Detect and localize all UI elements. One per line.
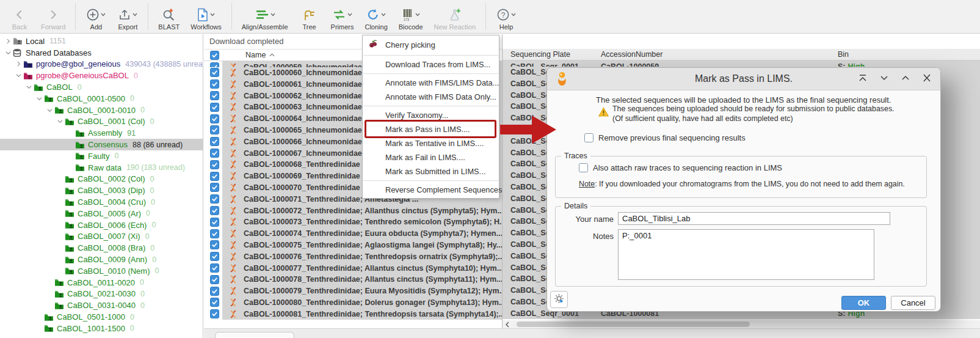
sidebar-item-cabol-0001-0010[interactable]: CaBOL_0001-00100: [0, 105, 203, 116]
bottom-tab[interactable]: [215, 332, 294, 338]
menu-item-mark-as-submitted-in-lims[interactable]: Mark as Submitted in LIMS...: [363, 164, 499, 178]
menu-item-mark-as-fail-in-lims[interactable]: Mark as Fail in LIMS....: [363, 150, 499, 164]
expander-icon[interactable]: [56, 119, 65, 124]
notes-field[interactable]: P:_0001: [618, 229, 874, 280]
sidebar-item-cabol-0009-ann[interactable]: CaBOL_0009 (Ann)0: [0, 254, 203, 265]
expander-icon[interactable]: [24, 84, 34, 90]
close-icon[interactable]: [922, 73, 932, 83]
sidebar-item-cabol-0002-col[interactable]: CaBOL_0002 (Col)0: [0, 174, 203, 185]
ok-button[interactable]: OK: [841, 296, 886, 310]
toolbar-button-blast[interactable]: BLAST: [153, 0, 185, 33]
sidebar-item-cabol-0003-dip[interactable]: CaBOL_0003 (Dip)0: [0, 185, 203, 196]
toolbar-button-biocode[interactable]: 173Biocode: [393, 0, 429, 33]
row-checkbox[interactable]: [210, 125, 219, 134]
table-row[interactable]: CaBOL-1000079_Tenthredinidae; Euura Myos…: [204, 285, 502, 297]
sidebar-item-pgrobe-gbol-geneious[interactable]: pgrobe@gbol_geneious439043 (438885 unrea…: [0, 59, 203, 70]
table-row[interactable]: CaBOL-1000073_Tenthredinidae; Tenthredo …: [204, 216, 502, 228]
expander-icon[interactable]: [4, 39, 13, 44]
sidebar-item-cabol-0010-nem[interactable]: CaBOL_0010 (Nem)0: [0, 265, 203, 277]
column-header-bin[interactable]: Bin: [838, 50, 849, 59]
sidebar-item-cabol-0001-col[interactable]: CaBOL_0001 (Col)0: [0, 116, 203, 128]
table-row-columns[interactable]: CaBOL_Seqr_0001CaBOL-1000059S:High: [503, 61, 980, 67]
table-row[interactable]: CaBOL-1000080_Tenthredinidae; Dolerus go…: [204, 297, 502, 309]
table-row[interactable]: CaBOL-1000081_Tenthredinidae; Tenthredop…: [204, 308, 502, 320]
sidebar-item-cabol-0031-0040[interactable]: CaBOL_0031-00400: [0, 299, 203, 311]
column-header-accession-number[interactable]: AccessionNumber: [601, 50, 838, 59]
sidebar-item-shared-databases[interactable]: Shared Databases: [0, 47, 203, 59]
toolbar-button-new-reaction[interactable]: New Reaction: [429, 0, 481, 33]
sidebar-item-cabol-1001-1500[interactable]: CaBOL_1001-15000: [0, 323, 203, 334]
scroll-left-icon[interactable]: [503, 321, 512, 328]
shade-down-icon[interactable]: [879, 73, 889, 83]
your-name-field[interactable]: [618, 212, 890, 225]
toolbar-button-tree[interactable]: Tree: [294, 0, 325, 33]
sidebar-item-cabol-0001-0500[interactable]: CaBOL_0001-05000: [0, 93, 203, 105]
row-checkbox[interactable]: [210, 229, 219, 238]
sidebar-item-raw-data[interactable]: Raw data190 (183 unread): [0, 162, 203, 174]
row-checkbox[interactable]: [210, 172, 219, 181]
table-row[interactable]: CaBOL-1000077_Tenthredinidae; Allantus c…: [204, 262, 502, 274]
row-checkbox[interactable]: [210, 218, 219, 227]
row-checkbox[interactable]: [210, 206, 219, 215]
scrollbar-thumb[interactable]: [517, 321, 750, 327]
row-checkbox[interactable]: [210, 79, 219, 89]
select-all-checkbox[interactable]: [210, 51, 219, 60]
sidebar-item-cabol-0007-xi[interactable]: CaBOL_0007 (Xi)0: [0, 231, 203, 243]
expander-icon[interactable]: [14, 73, 23, 78]
menu-item-cherry-picking[interactable]: Cherry picking: [363, 37, 499, 53]
toolbar-button-primers[interactable]: Primers: [325, 0, 360, 33]
horizontal-scrollbar[interactable]: [503, 320, 980, 328]
row-checkbox[interactable]: [210, 194, 219, 204]
settings-button[interactable]: [550, 291, 568, 308]
column-header-name[interactable]: Name: [245, 51, 266, 59]
sidebar-item-cabol-0005-ar[interactable]: CaBOL_0005 (Ar)0: [0, 208, 203, 219]
table-row[interactable]: CaBOL-1000072_Tenthredinidae; Allanthus …: [204, 205, 502, 216]
row-checkbox[interactable]: [210, 103, 219, 112]
toolbar-button-add[interactable]: Add: [80, 0, 112, 33]
toolbar-button-help[interactable]: ?Help: [490, 0, 522, 33]
menu-item-mark-as-tentative-in-lims[interactable]: Mark as Tentative in LIMS....: [363, 136, 499, 150]
toolbar-button-forward[interactable]: Forward: [35, 0, 71, 33]
row-checkbox[interactable]: [210, 68, 219, 77]
row-checkbox[interactable]: [210, 149, 219, 158]
cancel-button[interactable]: Cancel: [891, 296, 935, 310]
column-header-sequencing-plate[interactable]: Sequencing Plate: [510, 50, 601, 59]
table-row[interactable]: CaBOL-1000078_Tenthredinidae; Allantus c…: [204, 274, 502, 285]
toolbar-button-back[interactable]: Back: [4, 0, 35, 33]
row-checkbox[interactable]: [210, 91, 219, 100]
sidebar-item-consensus[interactable]: Consensus88 (86 unread): [0, 139, 203, 150]
keep-above-icon[interactable]: [858, 73, 868, 83]
checkbox[interactable]: [584, 133, 593, 142]
row-checkbox[interactable]: [210, 137, 219, 146]
expander-icon[interactable]: [35, 96, 44, 101]
attach-raw-traces-checkbox[interactable]: Also attach raw traces to sequencing rea…: [579, 163, 782, 172]
menu-item-annotate-with-fims-data-only[interactable]: Annotate with FIMS Data Only...: [363, 90, 499, 104]
menu-item-reverse-complement-sequences[interactable]: Reverse Complement Sequences: [363, 183, 499, 197]
checkbox[interactable]: [579, 163, 588, 172]
row-checkbox[interactable]: [210, 287, 219, 296]
menu-item-mark-as-pass-in-lims[interactable]: Mark as Pass in LIMS....: [363, 122, 499, 136]
toolbar-button-cloning[interactable]: Cloning: [359, 0, 393, 33]
expander-icon[interactable]: [4, 50, 13, 56]
toolbar-button-align-assemble[interactable]: Align/Assemble: [236, 0, 294, 33]
sidebar-item-cabol-0006-ech[interactable]: CaBOL_0006 (Ech)0: [0, 219, 203, 231]
sidebar-item-assembly[interactable]: Assembly91: [0, 127, 203, 139]
row-checkbox[interactable]: [210, 114, 219, 123]
row-checkbox[interactable]: [210, 183, 219, 192]
row-checkbox[interactable]: [210, 240, 219, 249]
toolbar-button-export[interactable]: Export: [112, 0, 143, 33]
table-row[interactable]: CaBOL-1000076_Tenthredinidae; Tenthredop…: [204, 251, 502, 262]
row-checkbox[interactable]: [210, 252, 219, 261]
shade-up-icon[interactable]: [901, 73, 910, 83]
sidebar-item-local[interactable]: Local1151: [0, 35, 203, 47]
sidebar-item-cabol-0004-cru[interactable]: CaBOL_0004 (Cru)0: [0, 196, 203, 208]
row-checkbox[interactable]: [210, 263, 219, 273]
row-checkbox[interactable]: [210, 160, 219, 169]
sidebar-item-cabol[interactable]: CaBOL0: [0, 81, 203, 93]
dialog-titlebar[interactable]: Mark as Pass in LIMS.: [547, 68, 940, 90]
sidebar-item-cabol-0011-0020[interactable]: CaBOL_0011-00200: [0, 277, 203, 288]
sidebar-item-pgrobe-geneiouscabol[interactable]: pgrobe@GeneiousCaBOL0: [0, 70, 203, 81]
row-checkbox[interactable]: [210, 298, 219, 307]
sidebar-item-faulty[interactable]: Faulty0: [0, 150, 203, 162]
menu-item-annotate-with-fims-lims-data[interactable]: Annotate with FIMS/LIMS Data...: [363, 76, 499, 90]
